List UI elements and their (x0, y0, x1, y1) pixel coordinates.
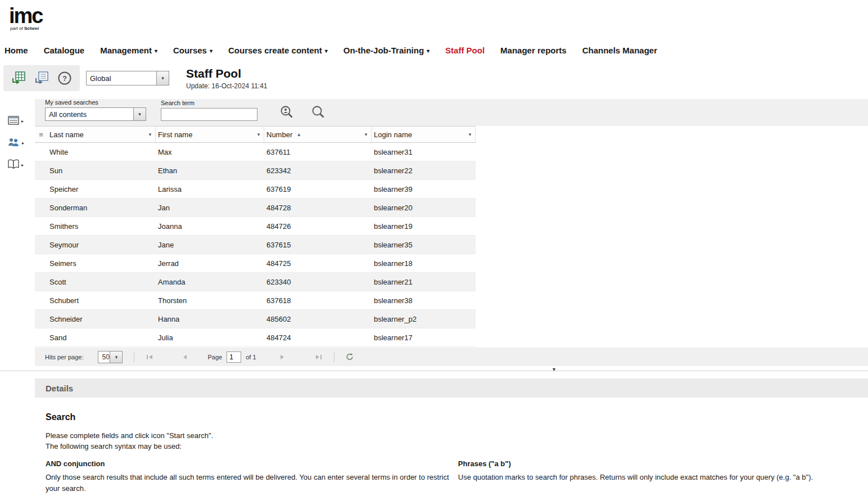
table-row[interactable]: Speicher Larissa 637619 bslearner39 (35, 180, 476, 199)
first-page-button[interactable] (146, 353, 153, 361)
cell-first-name: Hanna (156, 315, 264, 323)
column-header-first-name[interactable]: First name ▾ (156, 127, 264, 142)
splitter-collapse-icon[interactable]: ▼ (551, 367, 557, 372)
chevron-down-icon[interactable]: ▾ (156, 71, 169, 85)
nav-item-label: Courses (173, 46, 207, 55)
cell-login-name: bslearner22 (372, 166, 476, 175)
table-body: White Max 637611 bslearner31 Sun Ethan 6… (35, 143, 476, 347)
nav-item[interactable]: Manager reports▾ (500, 46, 567, 55)
title-block: Staff Pool Update: 16-Oct-2024 11:41 (186, 67, 268, 90)
table-row[interactable]: Schneider Hanna 485602 bslearner_p2 (35, 310, 476, 328)
page-of-label: of 1 (246, 354, 256, 360)
chevron-down-icon[interactable]: ▾ (110, 351, 122, 363)
filter-dropdown-icon[interactable]: ▾ (465, 132, 475, 137)
next-page-button[interactable] (279, 353, 287, 361)
cell-number: 637611 (264, 148, 372, 156)
previous-page-button[interactable] (180, 353, 188, 361)
table-row[interactable]: Seymour Jane 637615 bslearner35 (35, 236, 476, 254)
search-actions (279, 105, 326, 120)
nav-item-label: Catalogue (44, 46, 85, 55)
table-row[interactable]: Schubert Thorsten 637618 bslearner38 (35, 291, 476, 310)
details-title: Details (46, 384, 73, 393)
filter-dropdown-icon[interactable]: ▾ (254, 132, 264, 137)
hits-per-page-label: Hits per page: (45, 354, 83, 360)
intro-line-1: Please complete fields and click icon "S… (46, 430, 846, 441)
advanced-search-icon[interactable] (279, 105, 295, 120)
table-row[interactable]: Sonderman Jan 484728 bslearner20 (35, 199, 476, 217)
chevron-down-icon: ▾ (210, 48, 213, 54)
nav-item[interactable]: Management▾ (100, 46, 157, 55)
table-row[interactable]: Smithers Joanna 484726 bslearner19 (35, 217, 476, 236)
cell-login-name: bslearner21 (372, 278, 476, 286)
search-icon[interactable] (310, 105, 326, 120)
cell-last-name: Sand (47, 333, 156, 342)
cell-number: 623342 (264, 166, 372, 175)
nav-item-label: Management (100, 46, 152, 55)
chevron-down-icon: ▾ (155, 48, 157, 54)
cell-last-name: Schubert (47, 296, 156, 305)
sidebar-book-button[interactable]: ▸ (7, 157, 24, 172)
help-icon[interactable]: ? (57, 71, 72, 85)
nav-item[interactable]: Courses▾ (173, 46, 213, 55)
saved-searches-select[interactable]: All contents ▾ (45, 107, 146, 121)
column-header-number[interactable]: Number ▲ ▾ (264, 127, 372, 142)
search-help-heading: Search (46, 412, 846, 422)
search-term-group: Search term (161, 100, 257, 121)
nav-item[interactable]: Staff Pool▾ (445, 46, 485, 55)
cell-first-name: Max (156, 148, 264, 156)
export-excel-icon[interactable] (11, 71, 26, 85)
table-row[interactable]: Scott Amanda 623340 bslearner21 (35, 273, 476, 291)
sidebar-user-group-button[interactable]: ▸ (7, 136, 24, 150)
cell-login-name: bslearner20 (372, 204, 476, 212)
cell-login-name: bslearner39 (372, 185, 476, 193)
table-row[interactable]: Seimers Jerrad 484725 bslearner18 (35, 254, 476, 273)
nav-item[interactable]: On-the-Job-Training▾ (343, 46, 430, 55)
cell-number: 637615 (264, 241, 372, 249)
cell-last-name: Smithers (47, 222, 156, 231)
cell-first-name: Larissa (156, 185, 264, 193)
cell-first-name: Joanna (156, 222, 264, 231)
phrases-section: Phrases ("a b") Use quotation marks to s… (458, 459, 846, 494)
nav-item[interactable]: Courses create content▾ (228, 46, 328, 55)
imc-logo-text: imc (9, 7, 67, 25)
panel-splitter[interactable]: ▼ (0, 366, 868, 371)
cell-first-name: Ethan (156, 166, 264, 175)
cell-last-name: Speicher (47, 185, 156, 193)
page-number-input[interactable] (227, 351, 241, 363)
chevron-down-icon[interactable]: ▾ (133, 108, 146, 120)
refresh-icon[interactable] (346, 353, 354, 361)
details-content: Search Please complete fields and click … (0, 398, 868, 494)
nav-item[interactable]: Catalogue▾ (44, 46, 85, 55)
imc-logo: imc part of Scheer (0, 0, 67, 31)
cell-number: 637618 (264, 296, 372, 305)
grid-menu-icon[interactable]: ≡ (35, 130, 47, 139)
sort-ascending-icon: ▲ (296, 132, 301, 137)
cell-number: 623340 (264, 278, 372, 286)
column-header-login-name[interactable]: Login name ▾ (372, 127, 476, 142)
main-nav: Home▾ Catalogue▾ Management▾ Courses▾ Co… (0, 42, 868, 58)
cell-number: 484725 (264, 259, 372, 268)
cell-first-name: Jan (156, 204, 264, 212)
scope-select[interactable]: Global ▾ (86, 71, 169, 85)
hits-per-page-select[interactable]: 500 ▾ (98, 351, 123, 363)
chevron-down-icon: ▾ (427, 48, 430, 54)
cell-first-name: Amanda (156, 278, 264, 286)
nav-item-label: Manager reports (500, 46, 567, 55)
nav-item[interactable]: Channels Manager▾ (582, 46, 657, 55)
svg-text:?: ? (62, 74, 67, 83)
table-row[interactable]: Sand Julia 484724 bslearner17 (35, 328, 476, 347)
column-header-last-name[interactable]: Last name ▾ (47, 127, 156, 142)
sidebar-list-panel-button[interactable]: ▸ (7, 114, 24, 128)
search-term-input[interactable] (161, 108, 257, 121)
nav-item-label: Home (4, 46, 28, 55)
cell-last-name: Sonderman (47, 204, 156, 212)
last-page-button[interactable] (315, 353, 323, 361)
table-row[interactable]: Sun Ethan 623342 bslearner22 (35, 161, 476, 180)
filter-dropdown-icon[interactable]: ▾ (145, 132, 155, 137)
table-row[interactable]: White Max 637611 bslearner31 (35, 143, 476, 161)
syntax-columns: AND conjunction Only those search result… (46, 459, 846, 494)
filter-dropdown-icon[interactable]: ▾ (361, 132, 371, 137)
export-file-icon[interactable] (34, 71, 49, 85)
cell-last-name: White (47, 148, 156, 156)
nav-item[interactable]: Home▾ (4, 46, 28, 55)
